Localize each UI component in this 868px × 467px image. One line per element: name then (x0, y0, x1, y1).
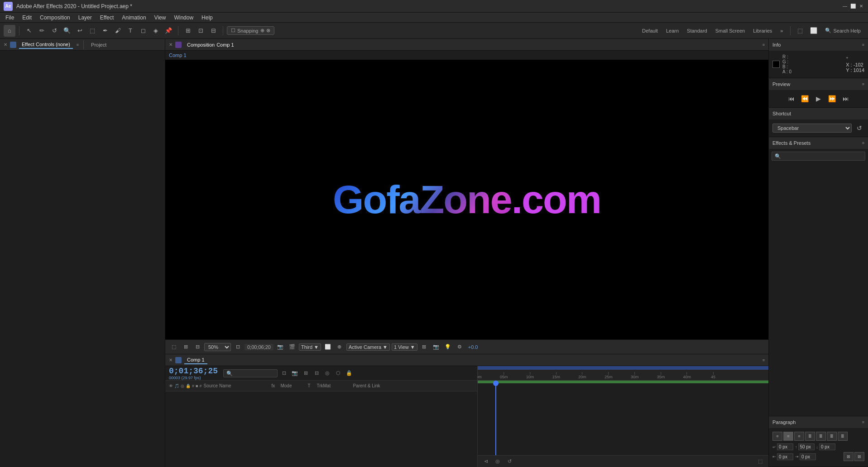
region-of-interest-btn[interactable]: ⬚ (169, 342, 179, 352)
pen-tool-button[interactable]: ✏ (36, 25, 48, 37)
pen2-tool-button[interactable]: ✒ (99, 25, 111, 37)
paragraph-menu[interactable]: ≡ (862, 420, 864, 424)
preview-go-start-btn[interactable]: ⏮ (786, 94, 796, 104)
minimize-button[interactable]: — (842, 3, 848, 10)
paragraph-header[interactable]: Paragraph ≡ (769, 416, 868, 428)
view-layout-select[interactable]: Third ▼ (299, 343, 321, 351)
preview-panel-header[interactable]: Preview ≡ (769, 78, 868, 90)
para-justify-right[interactable]: ≣ (827, 432, 837, 441)
tl-spiral-btn[interactable]: ↺ (505, 457, 514, 466)
workspace-small-screen[interactable]: Small Screen (712, 27, 748, 34)
timeline-menu[interactable]: ≡ (762, 358, 765, 362)
effect-controls-close[interactable]: ✕ (4, 42, 7, 47)
shortcut-select[interactable]: Spacebar (772, 124, 852, 133)
timeline-timecode[interactable]: 0;01;36;25 (169, 367, 218, 376)
para-extra-btn-1[interactable]: ⊠ (844, 452, 854, 461)
comp-draft-btn[interactable]: ⚙ (455, 342, 465, 352)
tl-draft-btn[interactable]: ⊟ (312, 369, 321, 378)
project-tab[interactable]: Project (88, 41, 109, 48)
effects-presets-menu[interactable]: ≡ (862, 141, 864, 145)
comp-transparency-btn[interactable]: ⬜ (323, 342, 333, 352)
menu-animation[interactable]: Animation (118, 14, 149, 22)
menu-view[interactable]: View (151, 14, 170, 22)
para-margin-right-input[interactable] (800, 453, 816, 460)
shortcut-reset-btn[interactable]: ↺ (854, 123, 864, 133)
workspace-learn[interactable]: Learn (662, 27, 682, 34)
tl-duration-btn[interactable]: ⬚ (756, 457, 765, 466)
menu-help[interactable]: Help (198, 14, 216, 22)
rect-tool-button[interactable]: ⬚ (86, 25, 98, 37)
workspace-libraries[interactable]: Libraries (749, 27, 776, 34)
comp-fit-btn[interactable]: ⊡ (233, 342, 243, 352)
extra-tool-3[interactable]: ⊟ (207, 25, 219, 37)
effect-controls-tab[interactable]: Effect Controls (none) (19, 41, 73, 49)
paint-tool-button[interactable]: 🖌 (112, 25, 124, 37)
preview-prev-frame-btn[interactable]: ⏪ (800, 94, 810, 104)
info-panel-header[interactable]: Info ≡ (769, 39, 868, 51)
para-margin-left-input[interactable] (777, 453, 793, 460)
para-align-center[interactable]: ≡ (783, 432, 793, 441)
comp-grid-btn[interactable]: ⊞ (181, 342, 191, 352)
timeline-search-input[interactable] (223, 369, 278, 377)
workspace-standard[interactable]: Standard (683, 27, 711, 34)
tl-camera-btn[interactable]: 📷 (290, 369, 299, 378)
para-justify-center[interactable]: ≣ (816, 432, 826, 441)
playhead-line[interactable] (495, 381, 496, 455)
extra-tool-1[interactable]: ⊞ (182, 25, 194, 37)
extra-tool-2[interactable]: ⊡ (195, 25, 206, 37)
shape-tool-button[interactable]: ◻ (137, 25, 149, 37)
puppet-tool-button[interactable]: 📌 (163, 25, 174, 37)
sync-button[interactable]: ⬜ (808, 25, 820, 37)
comp-cam-btn[interactable]: 📷 (431, 342, 441, 352)
effect-controls-menu[interactable]: ≡ (77, 43, 79, 47)
timeline-comp-tab[interactable]: Comp 1 (184, 356, 207, 364)
effects-search-input[interactable] (772, 152, 865, 161)
tl-mask-btn[interactable]: ⬡ (334, 369, 343, 378)
reset-tool-button[interactable]: ↩ (74, 25, 86, 37)
comp-snapshot-btn[interactable]: 📷 (275, 342, 285, 352)
para-align-right[interactable]: ≡ (794, 432, 804, 441)
maximize-button[interactable]: ⬜ (850, 3, 856, 10)
search-help-button[interactable]: 🔍 Search Help (821, 27, 864, 34)
comp-pixel-btn[interactable]: ⊕ (335, 342, 345, 352)
workspace-default[interactable]: Default (638, 27, 662, 34)
para-justify-all[interactable]: ≣ (838, 432, 848, 441)
tl-keyframe-nav-btn[interactable]: ◎ (493, 457, 502, 466)
timeline-tracks[interactable] (478, 381, 768, 455)
select-tool-button[interactable]: ↖ (23, 25, 35, 37)
comp-3d-btn[interactable]: ⊞ (419, 342, 429, 352)
close-button[interactable]: ✕ (858, 3, 864, 10)
type-tool-button[interactable]: T (125, 25, 136, 37)
tl-3d-btn[interactable]: ⊞ (301, 369, 310, 378)
preview-panel-menu[interactable]: ≡ (862, 82, 864, 86)
tl-solo-btn[interactable]: ⊡ (279, 369, 288, 378)
comp-safe-margins-btn[interactable]: ⊟ (192, 342, 202, 352)
preview-play-btn[interactable]: ▶ (814, 94, 824, 104)
search-tool-button[interactable]: 🔍 (61, 25, 73, 37)
comp-tab[interactable]: Composition Comp 1 (184, 41, 237, 48)
info-panel-menu[interactable]: ≡ (862, 43, 864, 47)
menu-layer[interactable]: Layer (75, 14, 96, 22)
rotate-tool-button[interactable]: ↺ (48, 25, 60, 37)
para-align-left[interactable]: ≡ (772, 432, 782, 441)
para-justify-left[interactable]: ≣ (805, 432, 815, 441)
active-camera-select[interactable]: Active Camera ▼ (346, 343, 390, 351)
view-count-select[interactable]: 1 View ▼ (392, 343, 417, 351)
menu-window[interactable]: Window (170, 14, 197, 22)
menu-edit[interactable]: Edit (19, 14, 35, 22)
shortcut-header[interactable]: Shortcut (769, 108, 868, 119)
effects-presets-header[interactable]: Effects & Presets ≡ (769, 137, 868, 149)
comp-light-btn[interactable]: 💡 (443, 342, 453, 352)
timeline-ruler[interactable]: 00m 05m 10m 15m (478, 366, 768, 381)
workspace-more[interactable]: » (777, 27, 786, 34)
timeline-close[interactable]: ✕ (169, 357, 173, 362)
tl-anim-btn[interactable]: ◎ (323, 369, 332, 378)
tl-lock-btn[interactable]: 🔒 (345, 369, 354, 378)
snapping-button[interactable]: ☐ Snapping ⊕ ⊗ (227, 26, 274, 35)
comp-panel-close[interactable]: ✕ (169, 42, 173, 47)
comp-zoom-select[interactable]: 50% 100% 25% (204, 343, 231, 351)
ext-renderer-button[interactable]: ⬚ (794, 25, 806, 37)
menu-composition[interactable]: Composition (36, 14, 74, 22)
preview-go-end-btn[interactable]: ⏭ (841, 94, 851, 104)
para-extra-btn-2[interactable]: ⊠ (854, 452, 864, 461)
